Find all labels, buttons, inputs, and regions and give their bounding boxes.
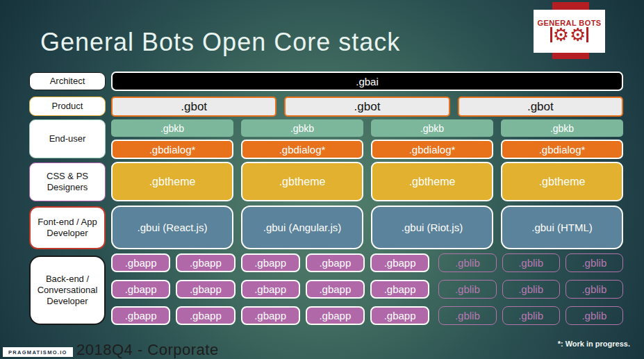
gblib-block: .gblib bbox=[565, 306, 623, 325]
gbapp-block: .gbapp bbox=[241, 253, 300, 272]
role-label-text: Product bbox=[52, 101, 83, 112]
gblib-block: .gblib bbox=[502, 306, 560, 325]
gbui-angular-block: .gbui (Angular.js) bbox=[241, 206, 363, 249]
gbapp-block: .gbapp bbox=[241, 280, 300, 299]
footer-version-text: 2018Q4 - Corporate bbox=[76, 341, 219, 359]
gbui-riot-block: .gbui (Riot.js) bbox=[371, 206, 493, 249]
role-label-frontend-app-developer: Font-end / App Developer bbox=[29, 206, 106, 249]
gbapp-block: .gbapp bbox=[111, 306, 170, 325]
role-label-css-ps-designers: CSS & PS Designers bbox=[29, 162, 106, 201]
gbkb-block: .gbkb bbox=[501, 119, 623, 137]
role-label-text: Font-end / App Developer bbox=[35, 217, 100, 240]
role-label-product: Product bbox=[29, 97, 106, 116]
gbapp-block: .gbapp bbox=[306, 280, 365, 299]
row-gbtheme: .gbtheme .gbtheme .gbtheme .gbtheme bbox=[111, 162, 623, 201]
gblib-block: .gblib bbox=[438, 253, 496, 272]
gbapp-block: .gbapp bbox=[370, 280, 429, 299]
gblib-block: .gblib bbox=[502, 253, 560, 272]
general-bots-logo: GENERAL BOTS ⚙ ⚙ bbox=[534, 10, 605, 53]
work-in-progress-footnote: *: Work in progress. bbox=[558, 340, 630, 348]
gear-icon: ⚙ bbox=[553, 26, 569, 44]
gbtheme-block: .gbtheme bbox=[111, 162, 233, 201]
gbdialog-block: .gbdialog* bbox=[241, 140, 363, 159]
gbkb-block: .gbkb bbox=[111, 119, 233, 137]
gbot-block: .gbot bbox=[111, 97, 276, 117]
role-label-text: Back-end / Conversational Developer bbox=[35, 274, 100, 308]
gblib-block: .gblib bbox=[565, 280, 623, 299]
pipe-icon bbox=[550, 27, 552, 42]
gbkb-block: .gbkb bbox=[371, 119, 493, 137]
gbapp-block: .gbapp bbox=[370, 306, 429, 325]
pragmatismo-badge: PRAGMATISMO.IO bbox=[3, 347, 73, 357]
gbui-react-block: .gbui (React.js) bbox=[111, 206, 233, 249]
gbapp-block: .gbapp bbox=[111, 253, 170, 272]
role-label-backend-conversational-developer: Back-end / Conversational Developer bbox=[29, 256, 106, 325]
gbapp-block: .gbapp bbox=[176, 280, 235, 299]
logo-gears: ⚙ ⚙ bbox=[550, 26, 589, 44]
row-gbai: .gbai bbox=[111, 72, 623, 91]
gblib-block: .gblib bbox=[502, 280, 560, 299]
role-label-architect: Architect bbox=[29, 72, 106, 90]
gbai-block: .gbai bbox=[111, 72, 623, 91]
row-gbui: .gbui (React.js) .gbui (Angular.js) .gbu… bbox=[111, 206, 623, 249]
gbtheme-block: .gbtheme bbox=[371, 162, 493, 201]
gbot-block: .gbot bbox=[284, 97, 449, 117]
gbapp-block: .gbapp bbox=[111, 280, 170, 299]
gbapp-block: .gbapp bbox=[241, 306, 300, 325]
gbapp-block: .gbapp bbox=[370, 253, 429, 272]
role-label-text: Architect bbox=[50, 76, 85, 87]
row-gbapp-gblib-3: .gbapp .gbapp .gbapp .gbapp .gbapp .gbli… bbox=[111, 306, 623, 325]
gbapp-block: .gbapp bbox=[176, 253, 235, 272]
gblib-block: .gblib bbox=[565, 253, 623, 272]
gbdialog-block: .gbdialog* bbox=[371, 140, 493, 159]
slide-title: General Bots Open Core stack bbox=[40, 28, 400, 57]
row-gbkb: .gbkb .gbkb .gbkb .gbkb bbox=[111, 119, 623, 137]
row-gbapp-gblib-1: .gbapp .gbapp .gbapp .gbapp .gbapp .gbli… bbox=[111, 253, 623, 272]
role-label-text: End-user bbox=[49, 133, 86, 144]
gbot-block: .gbot bbox=[458, 97, 623, 117]
gbkb-block: .gbkb bbox=[241, 119, 363, 137]
gbdialog-block: .gbdialog* bbox=[501, 140, 623, 159]
slide: General Bots Open Core stack GENERAL BOT… bbox=[0, 0, 644, 359]
row-gbapp-gblib-2: .gbapp .gbapp .gbapp .gbapp .gbapp .gbli… bbox=[111, 280, 623, 299]
gblib-block: .gblib bbox=[438, 306, 496, 325]
gbapp-block: .gbapp bbox=[306, 253, 365, 272]
gbtheme-block: .gbtheme bbox=[501, 162, 623, 201]
gblib-block: .gblib bbox=[438, 280, 496, 299]
role-label-text: CSS & PS Designers bbox=[34, 171, 101, 194]
pipe-icon bbox=[586, 27, 588, 42]
row-gbot: .gbot .gbot .gbot bbox=[111, 97, 623, 117]
gbapp-block: .gbapp bbox=[306, 306, 365, 325]
role-label-end-user: End-user bbox=[29, 119, 106, 158]
gbtheme-block: .gbtheme bbox=[241, 162, 363, 201]
gbui-html-block: .gbui (HTML) bbox=[501, 206, 623, 249]
row-gbdialog: .gbdialog* .gbdialog* .gbdialog* .gbdial… bbox=[111, 140, 623, 159]
gbdialog-block: .gbdialog* bbox=[111, 140, 233, 159]
gbapp-block: .gbapp bbox=[176, 306, 235, 325]
gear-icon: ⚙ bbox=[570, 26, 586, 44]
